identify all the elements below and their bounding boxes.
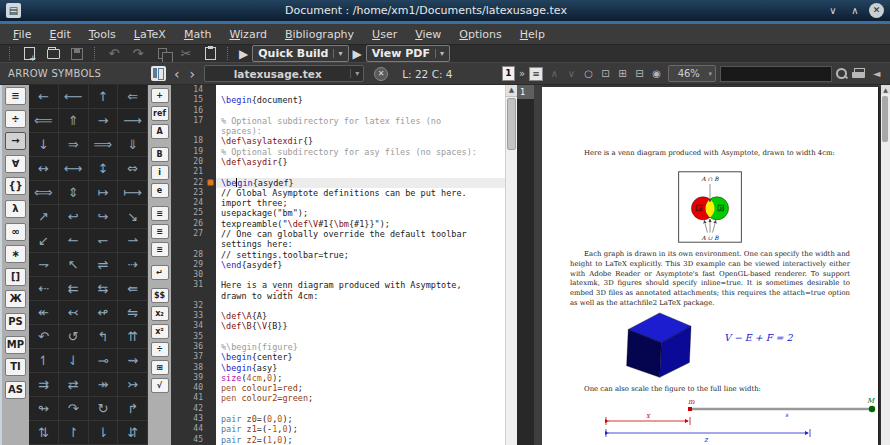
arrow-symbol-55[interactable]: ↱ <box>118 397 148 421</box>
code-line[interactable]: settings here: <box>216 239 505 249</box>
close-button[interactable]: ✕ <box>869 3 884 18</box>
menu-bibliography[interactable]: Bibliography <box>276 26 363 43</box>
code-editor[interactable]: 1415\begin{document}1617% Optional subdi… <box>171 85 517 445</box>
page-list-icon[interactable]: ≡ <box>529 67 543 81</box>
code-line[interactable]: // Global Asymptote definitions can be p… <box>216 188 505 198</box>
label-button[interactable]: + <box>151 88 169 103</box>
arrow-symbol-23[interactable]: ↘ <box>118 205 148 229</box>
arrow-symbol-4[interactable]: ⟸ <box>29 109 59 133</box>
math-mode-button[interactable]: $$ <box>151 288 169 303</box>
align-center-button[interactable]: ≡ <box>151 224 169 239</box>
menu-options[interactable]: Options <box>450 26 510 43</box>
chevron-down-icon[interactable]: ▾ <box>708 70 715 78</box>
code-line[interactable]: import three; <box>216 198 505 208</box>
arrow-symbol-37[interactable]: ↢ <box>59 301 89 325</box>
code-line[interactable]: pair z1=(-1,0); <box>216 424 505 434</box>
chevron-down-icon[interactable]: ▾ <box>435 49 444 58</box>
arrow-symbol-44[interactable]: ↿ <box>29 349 59 373</box>
arrow-symbol-46[interactable]: ⊸ <box>89 349 119 373</box>
arrow-symbol-33[interactable]: ⇇ <box>59 277 89 301</box>
maximize-button[interactable]: ∧ <box>847 3 863 18</box>
zoom-out-icon[interactable]: ⊟ <box>632 68 647 79</box>
editor-scrollbar[interactable]: ▲ <box>505 85 517 445</box>
arrow-symbol-14[interactable]: ↕ <box>89 157 119 181</box>
code-line[interactable]: \def\asydir{} <box>216 157 505 167</box>
sqrt-button[interactable]: √ <box>151 378 169 393</box>
arrow-symbol-43[interactable]: ⇈ <box>118 325 148 349</box>
pdf-search-input[interactable] <box>720 66 832 82</box>
arrow-symbol-50[interactable]: ↠ <box>89 373 119 397</box>
ref-button[interactable]: ref <box>151 106 169 121</box>
footnote-button[interactable]: A <box>151 124 169 139</box>
fit-page-icon[interactable]: ○ <box>581 68 596 79</box>
external-viewer-icon[interactable]: ◄ <box>869 68 884 79</box>
code-line[interactable]: \begin{center} <box>216 352 505 362</box>
arrow-symbol-51[interactable]: ↣ <box>118 373 148 397</box>
code-line[interactable]: \def\A{A} <box>216 311 505 321</box>
save-button[interactable] <box>65 45 89 62</box>
arrow-symbol-0[interactable]: ← <box>29 85 59 109</box>
menu-wizard[interactable]: Wizard <box>220 26 276 43</box>
align-left-button[interactable]: ≡ <box>151 206 169 221</box>
code-line[interactable]: pen colour1=red; <box>216 383 505 393</box>
tab-metapost[interactable]: MP <box>5 336 26 354</box>
cut-button[interactable]: ✂ <box>174 45 198 62</box>
code-line[interactable]: // settings.toolbar=true; <box>216 250 505 260</box>
arrow-symbol-11[interactable]: ⇓ <box>118 133 148 157</box>
arrow-symbol-21[interactable]: ↩ <box>59 205 89 229</box>
arrow-symbol-35[interactable]: ⇚ <box>118 277 148 301</box>
next-document-button[interactable]: › <box>185 67 201 81</box>
code-line[interactable]: Here is a venn diagram produced with Asy… <box>216 280 505 290</box>
code-line[interactable]: \begin{asydef} <box>216 178 505 188</box>
italic-button[interactable]: i <box>151 165 169 180</box>
arrow-symbol-3[interactable]: ⇐ <box>118 85 148 109</box>
code-line[interactable] <box>216 332 505 342</box>
newline-button[interactable]: ↵ <box>151 265 169 280</box>
arrow-symbol-42[interactable]: ↰ <box>89 325 119 349</box>
previous-page-icon[interactable]: ∧ <box>547 68 562 79</box>
tab-brackets[interactable]: [] <box>5 268 26 286</box>
chevron-down-icon[interactable]: ▾ <box>350 69 363 78</box>
arrow-symbol-54[interactable]: ↻ <box>89 397 119 421</box>
tab-misc-text-symbols[interactable]: ∗ <box>5 245 26 263</box>
tab-international-characters[interactable]: Ж <box>5 290 26 308</box>
arrow-symbol-20[interactable]: ↗ <box>29 205 59 229</box>
quick-build-run-icon[interactable]: ▶ <box>239 47 248 61</box>
code-line[interactable]: %\begin{figure} <box>216 342 505 352</box>
subscript-button[interactable]: x₂ <box>151 306 169 321</box>
pdf-scrollbar-thumb[interactable] <box>882 96 888 142</box>
arrow-symbol-36[interactable]: ↞ <box>29 301 59 325</box>
tab-misc-symbols[interactable]: ∞ <box>5 223 26 241</box>
arrow-symbol-52[interactable]: ↬ <box>29 397 59 421</box>
tab-relation-symbols[interactable]: ÷ <box>5 110 26 128</box>
arrow-symbol-28[interactable]: ⇁ <box>29 253 59 277</box>
code-line[interactable]: pair z0=(0,0); <box>216 414 505 424</box>
arrow-symbol-2[interactable]: ↑ <box>89 85 119 109</box>
menu-latex[interactable]: LaTeX <box>125 26 175 43</box>
editor-scrollbar-thumb[interactable] <box>507 98 516 150</box>
code-line[interactable]: // One can globally override the default… <box>216 229 505 239</box>
code-line[interactable]: pair z2=(1,0); <box>216 435 505 445</box>
first-page-button[interactable]: 1 <box>502 66 515 81</box>
toggle-master-document-button[interactable] <box>151 66 166 81</box>
arrow-symbol-31[interactable]: ⇢ <box>118 253 148 277</box>
pdf-viewer[interactable]: Here is a venn diagram produced with Asy… <box>534 85 890 445</box>
code-line[interactable]: \def\asylatexdir{} <box>216 136 505 146</box>
code-line[interactable]: % Optional subdirectory for asy files (n… <box>216 147 505 157</box>
arrow-symbol-39[interactable]: ⇋ <box>118 301 148 325</box>
code-line[interactable]: \begin{document} <box>216 95 505 105</box>
menu-help[interactable]: Help <box>511 26 554 43</box>
zoom-in-icon[interactable]: ⊞ <box>615 68 630 79</box>
arrow-symbol-18[interactable]: ↦ <box>89 181 119 205</box>
menu-view[interactable]: View <box>406 26 450 43</box>
view-pdf-run-icon[interactable]: ▶ <box>353 47 362 61</box>
arrow-symbol-41[interactable]: ↺ <box>59 325 89 349</box>
arrow-symbol-1[interactable]: ⟵ <box>59 85 89 109</box>
expand-icon[interactable]: » <box>519 68 525 79</box>
arrow-symbol-30[interactable]: ⇌ <box>89 253 119 277</box>
code-line[interactable]: \begin{asy} <box>216 363 505 373</box>
arrow-symbol-32[interactable]: ⇠ <box>29 277 59 301</box>
arrow-symbol-12[interactable]: ↔ <box>29 157 59 181</box>
arrow-symbol-56[interactable]: ⇅ <box>29 421 59 445</box>
arrow-symbol-49[interactable]: ⇄ <box>59 373 89 397</box>
